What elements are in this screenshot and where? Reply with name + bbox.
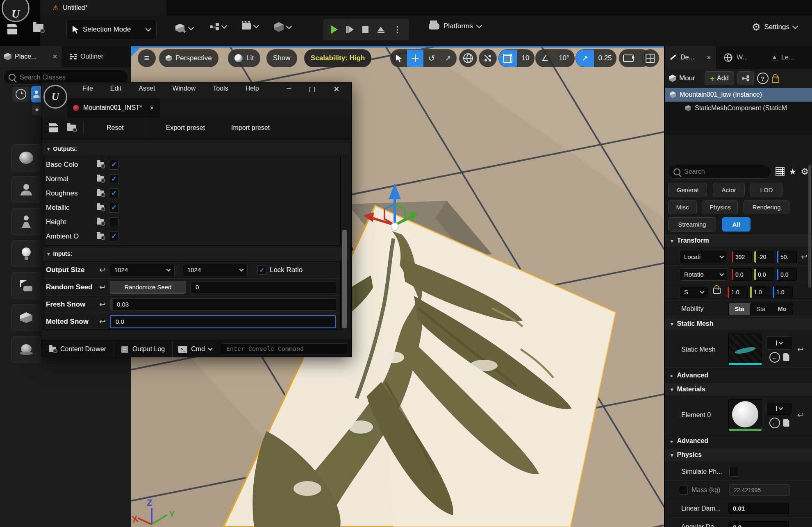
outputs-header[interactable]: ▾ Outputs: bbox=[43, 143, 350, 154]
filter-actor[interactable]: Actor bbox=[713, 183, 745, 197]
menu-window[interactable]: Window bbox=[171, 85, 197, 92]
reset-to-default-icon[interactable]: ↩ bbox=[99, 266, 106, 274]
mobility-movable[interactable]: Mo bbox=[771, 303, 793, 315]
grid-snap-value[interactable]: 10 bbox=[517, 50, 534, 67]
scale-snap-toggle[interactable]: ↗ bbox=[576, 50, 594, 67]
browse-icon[interactable] bbox=[97, 162, 104, 167]
filter-general[interactable]: General bbox=[668, 183, 707, 197]
use-selected-asset-icon[interactable]: ← bbox=[769, 418, 780, 428]
unlocked-icon[interactable] bbox=[772, 77, 779, 83]
output-checkbox[interactable]: ✓ bbox=[109, 174, 119, 184]
browse-icon[interactable] bbox=[97, 205, 104, 210]
favorites-star-icon[interactable]: ★ bbox=[789, 167, 796, 177]
filter-rendering[interactable]: Rendering bbox=[744, 200, 789, 214]
category-characters[interactable] bbox=[11, 176, 41, 203]
reset-static-mesh-icon[interactable]: ↩ bbox=[797, 345, 804, 353]
scale-y-field[interactable]: 1.0 bbox=[750, 286, 770, 298]
filter-lod[interactable]: LOD bbox=[751, 183, 782, 197]
category-geometry[interactable] bbox=[11, 304, 41, 331]
quick-add-button[interactable] bbox=[274, 22, 291, 32]
world-local-toggle[interactable] bbox=[459, 49, 477, 67]
platforms-dropdown[interactable]: Platforms bbox=[429, 22, 481, 30]
static-mesh-thumbnail[interactable] bbox=[728, 334, 762, 366]
reset-to-default-icon[interactable]: ↩ bbox=[99, 300, 106, 308]
stop-icon[interactable] bbox=[362, 26, 368, 33]
category-lights[interactable] bbox=[11, 240, 41, 267]
rotation-dropdown[interactable]: Rotatio bbox=[680, 268, 728, 281]
spinner-nub[interactable] bbox=[110, 299, 113, 310]
details-scrollbar[interactable] bbox=[808, 165, 811, 288]
window-close-button[interactable]: ✕ bbox=[333, 84, 340, 94]
tree-row-component[interactable]: StaticMeshComponent (StaticM bbox=[665, 102, 812, 115]
maximize-viewport-button[interactable] bbox=[641, 49, 659, 67]
filter-physics[interactable]: Physics bbox=[703, 200, 738, 214]
mobility-static[interactable]: Sta bbox=[729, 303, 750, 315]
console-command-input[interactable]: Enter Console Command bbox=[221, 343, 348, 355]
output-checkbox[interactable]: ✓ bbox=[109, 189, 119, 198]
browse-icon[interactable] bbox=[97, 191, 104, 196]
surface-snap-button[interactable] bbox=[479, 49, 497, 67]
asset-tab-close-icon[interactable]: ✕ bbox=[150, 105, 154, 111]
window-maximize-button[interactable]: ▢ bbox=[309, 85, 315, 93]
menu-help[interactable]: Help bbox=[244, 85, 261, 92]
save-asset-icon[interactable] bbox=[49, 123, 58, 132]
blueprints-button[interactable] bbox=[210, 23, 226, 30]
rotation-x-field[interactable]: 0.0 bbox=[731, 268, 752, 281]
tree-row-actor[interactable]: Mountain001_low (Instance) bbox=[665, 88, 812, 102]
details-settings-icon[interactable]: ⚙ bbox=[801, 166, 809, 177]
transform-section-header[interactable]: ▾ Transform bbox=[665, 234, 812, 247]
window-minimize-button[interactable]: – bbox=[287, 83, 291, 93]
browse-icon[interactable] bbox=[97, 234, 104, 239]
select-tool[interactable] bbox=[391, 50, 407, 67]
play-icon[interactable] bbox=[331, 25, 338, 34]
cmd-dropdown[interactable]: >_ Cmd bbox=[173, 341, 218, 357]
scale-x-field[interactable]: 1.0 bbox=[727, 286, 748, 298]
rotation-y-field[interactable]: 0.0 bbox=[754, 268, 774, 281]
move-tool[interactable] bbox=[407, 50, 423, 67]
materials-section-header[interactable]: ▾ Materials bbox=[665, 383, 812, 395]
use-selected-asset-icon[interactable]: ← bbox=[769, 352, 780, 363]
favorites-button[interactable]: ★ bbox=[32, 104, 42, 115]
camera-speed-button[interactable] bbox=[619, 50, 637, 67]
browse-to-asset-icon[interactable] bbox=[783, 419, 789, 427]
inputs-header[interactable]: ▾ Inputs: bbox=[43, 248, 350, 259]
eject-icon[interactable] bbox=[378, 27, 384, 33]
cinematics-button[interactable] bbox=[242, 23, 258, 30]
import-preset-button[interactable]: Import preset bbox=[224, 124, 277, 132]
menu-tools[interactable]: Tools bbox=[211, 85, 230, 92]
add-component-button[interactable]: + Add bbox=[705, 71, 734, 85]
fresh-snow-field[interactable]: 0.03 bbox=[110, 298, 337, 311]
material-asset-dropdown[interactable] bbox=[766, 402, 792, 415]
lit-dropdown[interactable]: Lit bbox=[228, 49, 260, 67]
location-dropdown[interactable]: Locati bbox=[680, 251, 728, 263]
output-checkbox[interactable] bbox=[109, 217, 119, 227]
scale-z-field[interactable]: 1.0 bbox=[772, 286, 793, 298]
material-thumbnail[interactable] bbox=[728, 399, 762, 431]
linear-damping-field[interactable]: 0.01 bbox=[728, 503, 789, 514]
output-size-width-dropdown[interactable]: 1024 bbox=[110, 264, 175, 276]
add-actor-button[interactable]: + bbox=[175, 21, 193, 35]
output-log-button[interactable]: Output Log bbox=[114, 341, 172, 357]
settings-dropdown[interactable]: ⚙ Settings bbox=[752, 22, 797, 32]
content-drawer-button[interactable]: Content Drawer bbox=[41, 341, 114, 357]
perspective-dropdown[interactable]: Perspective bbox=[159, 49, 218, 67]
mobility-stationary[interactable]: Sta bbox=[750, 303, 771, 315]
scalability-button[interactable]: Scalability: High bbox=[304, 49, 371, 67]
materials-advanced[interactable]: ▸ Advanced bbox=[665, 435, 812, 447]
location-z-field[interactable]: 50. bbox=[776, 251, 797, 263]
filter-all[interactable]: All bbox=[722, 217, 751, 232]
mass-override-checkbox[interactable] bbox=[679, 486, 688, 495]
category-basic[interactable] bbox=[11, 208, 41, 235]
melted-snow-field[interactable]: 0.0 bbox=[110, 315, 336, 328]
details-search-input[interactable]: Search bbox=[668, 165, 771, 179]
browse-to-asset-icon[interactable] bbox=[783, 353, 789, 361]
rotation-snap-toggle[interactable]: ∠ bbox=[536, 50, 554, 67]
static-mesh-section-header[interactable]: ▾ Static Mesh bbox=[665, 318, 812, 330]
window-scrollbar[interactable] bbox=[342, 230, 347, 328]
reset-location-icon[interactable]: ↩ bbox=[801, 253, 807, 261]
reset-to-default-icon[interactable]: ↩ bbox=[99, 283, 106, 291]
help-icon[interactable]: ? bbox=[757, 73, 769, 84]
browse-asset-icon[interactable] bbox=[67, 125, 76, 131]
lock-ratio-checkbox[interactable]: ✓ bbox=[257, 266, 266, 275]
rotation-snap-value[interactable]: 10° bbox=[554, 50, 574, 67]
